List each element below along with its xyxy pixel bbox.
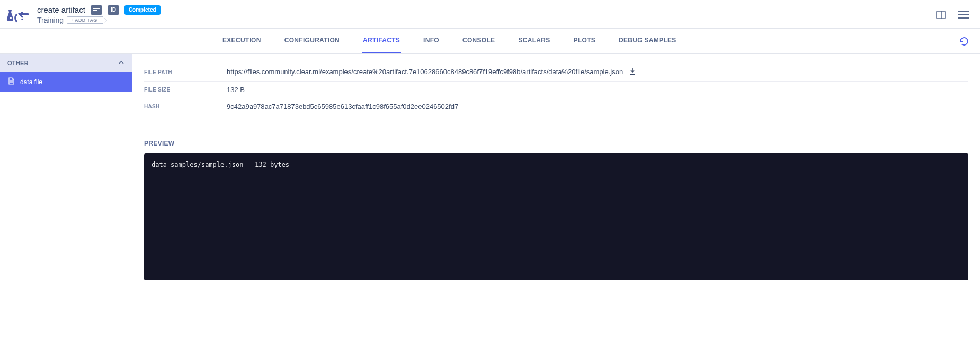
download-icon[interactable] <box>629 68 636 77</box>
page-subtitle: Training <box>37 16 64 24</box>
svg-rect-7 <box>958 11 969 12</box>
hamburger-menu-icon[interactable] <box>958 10 969 20</box>
tab-info[interactable]: INFO <box>422 29 440 53</box>
hash-value: 9c42a9a978ac7a71873ebd5c65985e613cfaaff1… <box>227 103 458 111</box>
svg-rect-2 <box>21 12 23 14</box>
tab-plots[interactable]: PLOTS <box>573 29 597 53</box>
tab-artifacts[interactable]: ARTIFACTS <box>362 29 401 53</box>
header: create artifact ID Completed Training + … <box>0 0 980 29</box>
tab-debug-samples[interactable]: DEBUG SAMPLES <box>618 29 678 53</box>
note-chip-icon[interactable] <box>91 5 102 15</box>
svg-rect-8 <box>958 14 969 15</box>
file-size-label: FILE SIZE <box>144 87 221 93</box>
sidebar-section-other[interactable]: OTHER <box>0 54 132 72</box>
file-icon <box>7 77 15 86</box>
tab-scalars[interactable]: SCALARS <box>517 29 551 53</box>
sidebar-item-label: data file <box>20 78 42 86</box>
svg-rect-12 <box>630 74 635 75</box>
tabs-row: EXECUTION CONFIGURATION ARTIFACTS INFO C… <box>0 29 980 54</box>
title-block: create artifact ID Completed Training + … <box>37 5 161 24</box>
add-tag-button[interactable]: + ADD TAG <box>67 16 103 24</box>
sidebar-item-data-file[interactable]: data file <box>0 72 132 92</box>
header-right <box>936 10 969 20</box>
chevron-up-icon <box>118 59 124 67</box>
content: FILE PATH https://files.community.clear.… <box>132 54 980 344</box>
tab-configuration[interactable]: CONFIGURATION <box>283 29 341 53</box>
header-left: create artifact ID Completed Training + … <box>5 5 161 24</box>
tab-execution[interactable]: EXECUTION <box>221 29 262 53</box>
logo <box>5 7 29 23</box>
tab-console[interactable]: CONSOLE <box>461 29 496 53</box>
page-title: create artifact <box>37 5 85 14</box>
svg-rect-3 <box>93 8 100 9</box>
svg-rect-5 <box>937 11 945 19</box>
panel-layout-icon[interactable] <box>936 10 946 20</box>
file-path-label: FILE PATH <box>144 69 221 75</box>
svg-rect-4 <box>93 10 97 11</box>
preview-label: PREVIEW <box>144 140 968 147</box>
tabs: EXECUTION CONFIGURATION ARTIFACTS INFO C… <box>221 29 678 53</box>
hash-label: HASH <box>144 104 221 110</box>
row-hash: HASH 9c42a9a978ac7a71873ebd5c65985e613cf… <box>144 98 968 115</box>
file-size-value: 132 B <box>227 86 245 94</box>
refresh-icon[interactable] <box>959 36 969 47</box>
svg-point-0 <box>10 17 12 19</box>
sidebar-section-label: OTHER <box>7 60 29 66</box>
preview-content: data_samples/sample.json - 132 bytes <box>144 153 968 280</box>
row-file-path: FILE PATH https://files.community.clear.… <box>144 64 968 82</box>
svg-rect-1 <box>19 13 29 15</box>
svg-rect-9 <box>958 17 969 19</box>
sidebar: OTHER data file <box>0 54 132 344</box>
row-file-size: FILE SIZE 132 B <box>144 82 968 98</box>
id-chip[interactable]: ID <box>108 5 119 15</box>
body: OTHER data file FILE PATH https://files.… <box>0 54 980 344</box>
file-path-value[interactable]: https://files.community.clear.ml/example… <box>227 68 623 76</box>
status-badge: Completed <box>124 5 161 15</box>
